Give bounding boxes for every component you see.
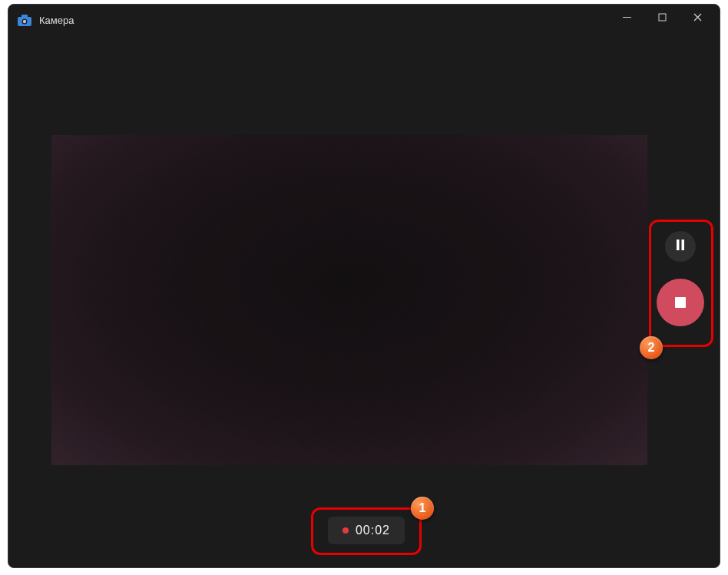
svg-rect-5 <box>659 14 666 21</box>
recording-controls <box>657 231 704 326</box>
record-dot-icon <box>342 527 349 534</box>
pause-icon <box>676 240 685 253</box>
svg-rect-9 <box>682 240 685 250</box>
svg-rect-8 <box>677 240 680 250</box>
maximize-button[interactable] <box>644 5 680 29</box>
svg-point-3 <box>23 20 26 23</box>
camera-icon <box>18 15 31 25</box>
preview-noise <box>51 135 647 465</box>
camera-preview <box>51 135 647 465</box>
stop-icon <box>675 297 686 308</box>
timer-text: 00:02 <box>356 524 390 537</box>
titlebar: Камера <box>8 5 720 35</box>
annotation-badge-1: 1 <box>411 497 434 520</box>
recording-timer: 00:02 <box>328 517 405 544</box>
titlebar-left: Камера <box>18 15 74 26</box>
window-controls <box>609 5 715 35</box>
pause-button[interactable] <box>665 231 696 262</box>
minimize-button[interactable] <box>609 5 644 29</box>
close-button[interactable] <box>680 5 715 29</box>
svg-rect-1 <box>22 15 28 18</box>
app-window: Камера <box>8 4 720 568</box>
app-title: Камера <box>39 15 74 26</box>
content-area: 00:02 1 2 <box>8 35 720 567</box>
stop-button[interactable] <box>657 279 704 326</box>
